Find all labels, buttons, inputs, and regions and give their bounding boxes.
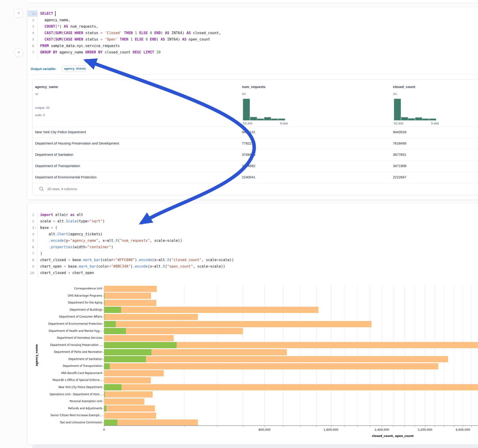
- table-cell-agency: Department of Environmental Protection: [35, 175, 97, 179]
- table-cell-num: 2240041: [242, 175, 255, 179]
- sql-code-editor[interactable]: 1∨SELECT 2 agency_name,3 COUNT(*) AS num…: [27, 7, 478, 65]
- code-text: GROUP BY agency_name ORDER BY closed_cou…: [40, 49, 161, 56]
- gridline: [415, 285, 415, 425]
- code-text: COUNT(*) AS num_requests,: [40, 23, 98, 30]
- table-cell-closed: 2222847: [393, 175, 406, 179]
- code-line[interactable]: 6FROM sample_data.nyc.service_requests: [27, 43, 478, 49]
- result-table-header: agency_namestrunique: 20nulls: 0num_requ…: [32, 80, 478, 126]
- bar-closed-count: [104, 377, 151, 384]
- y-axis-title: agency_name: [35, 339, 38, 372]
- result-table-footer[interactable]: 20 rows, 4 columns: [32, 183, 478, 195]
- table-cell-num: 3774892: [242, 164, 255, 168]
- code-text: SELECT: [40, 10, 55, 17]
- table-row[interactable]: New York City Police Department945313194…: [32, 126, 478, 138]
- histogram-max-label: 9.5e6: [280, 122, 288, 125]
- line-number: 1: [27, 10, 34, 17]
- bar-closed-count: [104, 300, 156, 306]
- code-line[interactable]: 3 COUNT(*) AS num_requests,: [27, 23, 478, 30]
- bar-closed-count: [104, 286, 157, 292]
- gridline: [472, 285, 472, 425]
- x-axis-tick-label: 1,600,000: [317, 428, 345, 431]
- gridline: [463, 285, 463, 425]
- gridline: [283, 285, 284, 425]
- table-cell-num: 7782211: [242, 141, 255, 145]
- table-row[interactable]: Department of Sanitation37494853677651: [32, 149, 478, 161]
- table-row[interactable]: Department of Transportation377489234719…: [32, 160, 478, 172]
- line-number: 7: [27, 49, 34, 56]
- y-axis-label: Department of Environmental Protection: [33, 322, 102, 325]
- y-axis-label: Department of Consumer Affairs: [33, 315, 102, 318]
- table-row[interactable]: Department of Environmental Protection22…: [32, 172, 478, 183]
- y-axis-label: New York City Police Department: [33, 386, 102, 389]
- y-axis-label: Department of Buildings: [33, 308, 102, 311]
- bar-closed-count: [104, 321, 371, 327]
- y-axis-label: Senior Citizen Rent Increase Exempti…: [33, 414, 102, 417]
- bar-open-count: [104, 293, 105, 299]
- y-axis-label: Department of Homeless Services: [33, 336, 102, 339]
- table-cell-agency: Department of Housing Preservation and D…: [35, 141, 119, 145]
- gridline: [444, 285, 445, 425]
- code-line[interactable]: 1∨SELECT: [27, 10, 478, 17]
- bar-closed-count: [104, 314, 198, 320]
- column-header[interactable]: num_requests: [242, 85, 266, 89]
- gridline: [345, 285, 345, 425]
- gridline: [454, 285, 454, 425]
- result-table: agency_namestrunique: 20nulls: 0num_requ…: [32, 79, 478, 195]
- table-row[interactable]: Department of Housing Preservation and D…: [32, 138, 478, 149]
- x-axis-tick-label: 0: [90, 428, 118, 431]
- x-axis-tick-label: 800,000: [251, 428, 278, 431]
- bar-closed-count: [104, 293, 151, 299]
- search-icon[interactable]: [39, 187, 44, 192]
- bar-open-count: [104, 356, 146, 362]
- code-line[interactable]: 5 CAST(SUM(CASE WHEN status = 'Open' THE…: [27, 36, 478, 43]
- bar-open-count: [104, 342, 177, 348]
- bar-open-count: [104, 405, 106, 412]
- bar-closed-count: [104, 363, 438, 369]
- code-line[interactable]: 4 CAST(SUM(CASE WHEN status = 'Closed' T…: [27, 30, 478, 36]
- fold-chevron-icon[interactable]: ∨: [35, 11, 36, 17]
- add-cell-button-top[interactable]: +: [14, 9, 23, 18]
- y-axis-label: Personal Exemption Unit: [33, 400, 102, 403]
- y-axis-label: Department of Sanitation: [33, 357, 102, 361]
- y-axis-label: Department of Transportation: [33, 364, 102, 367]
- cell-divider: [27, 75, 478, 75]
- histogram-max-label: 9.4e6: [431, 122, 439, 125]
- python-cell: 1import altair as alt2scale = alt.Scale(…: [27, 203, 478, 445]
- code-line[interactable]: 2 agency_name,: [27, 17, 478, 23]
- column-header[interactable]: closed_count: [393, 85, 415, 89]
- code-line[interactable]: 7GROUP BY agency_name ORDER BY closed_co…: [27, 49, 478, 56]
- table-cell-agency: Department of Sanitation: [35, 153, 73, 156]
- code-text: agency_name,: [40, 17, 70, 23]
- line-number: 5: [27, 36, 34, 43]
- bar-closed-count: [104, 370, 164, 376]
- add-cell-button-output[interactable]: +: [14, 48, 23, 57]
- bar-closed-count: [104, 307, 318, 313]
- column-header[interactable]: agency_name: [35, 85, 58, 89]
- bar-open-count: [104, 349, 151, 355]
- bar-closed-count: [104, 412, 156, 419]
- x-axis-tick-label: 2,400,000: [368, 428, 396, 431]
- y-axis-label: Mayorâ€ s Office of Special Enforce…: [33, 378, 102, 382]
- column-stat: nulls: 0: [35, 113, 45, 117]
- gridline: [184, 285, 184, 425]
- gridline: [301, 285, 301, 425]
- y-axis-label: Taxi and Limousine Commission: [33, 421, 102, 424]
- y-axis-label: Department for the Aging: [33, 301, 102, 304]
- line-number: 3: [27, 23, 34, 30]
- histogram-min-label: 53,304: [394, 122, 403, 125]
- gridline: [316, 285, 317, 425]
- gridline: [370, 285, 370, 425]
- y-axis-label: Operations Unit - Department of Hom…: [33, 393, 102, 396]
- y-axis-label: HRA Benefit Card Replacement: [33, 372, 102, 375]
- histogram-min-label: 53,304: [243, 122, 252, 125]
- bar-open-count: [104, 314, 104, 320]
- table-cell-closed: 9443533: [393, 130, 406, 134]
- bar-closed-count: [104, 356, 448, 362]
- gridline: [404, 285, 404, 425]
- line-number: 6: [27, 43, 34, 49]
- bar-closed-count: [104, 405, 155, 412]
- line-number: 4: [27, 30, 34, 36]
- code-text: FROM sample_data.nyc.service_requests: [40, 43, 120, 49]
- y-axis-label: Correspondence Unit: [33, 287, 102, 290]
- output-variable-input[interactable]: agency_tickets: [62, 65, 86, 72]
